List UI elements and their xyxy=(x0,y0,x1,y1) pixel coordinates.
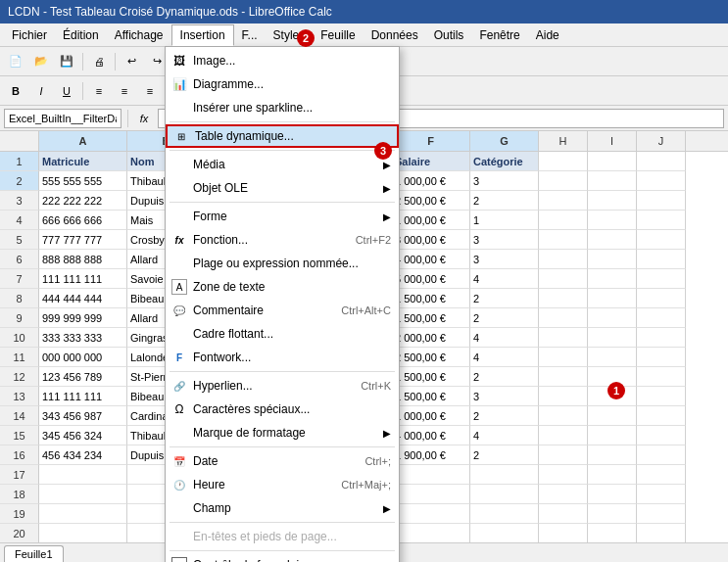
col-header-a[interactable]: A xyxy=(39,131,127,151)
cell-f3[interactable]: 2 500,00 € xyxy=(392,191,470,211)
cell-h11[interactable] xyxy=(539,348,588,367)
menu-item-fonction[interactable]: fx Fonction... Ctrl+F2 xyxy=(166,228,399,252)
underline-btn[interactable]: U xyxy=(55,80,78,102)
menu-item-hyperlien[interactable]: 🔗 Hyperlien... Ctrl+K xyxy=(166,374,399,398)
cell-g12[interactable]: 2 xyxy=(470,367,539,387)
cell-a11[interactable]: 000 000 000 xyxy=(39,348,127,367)
cell-h5[interactable] xyxy=(539,230,588,250)
cell-h10[interactable] xyxy=(539,328,588,348)
menu-item-zone-texte[interactable]: A Zone de texte xyxy=(166,275,399,299)
cell-f14[interactable]: 1 000,00 € xyxy=(392,406,470,426)
cell-j3[interactable] xyxy=(637,191,686,211)
menu-item-controle[interactable]: Contrôle de formulaire ▶ xyxy=(166,553,399,562)
cell-f4[interactable]: 1 000,00 € xyxy=(392,211,470,230)
cell-i9[interactable] xyxy=(588,308,637,328)
cell-a9[interactable]: 999 999 999 xyxy=(39,308,127,328)
cell-h1[interactable] xyxy=(539,152,588,171)
cell-j12[interactable] xyxy=(637,367,686,387)
cell-h16[interactable] xyxy=(539,445,588,465)
align-left-btn[interactable]: ≡ xyxy=(87,80,111,102)
cell-i2[interactable] xyxy=(588,171,637,191)
align-right-btn[interactable]: ≡ xyxy=(138,80,162,102)
menu-item-champ[interactable]: Champ ▶ xyxy=(166,496,399,520)
cell-g9[interactable]: 2 xyxy=(470,308,539,328)
cell-h12[interactable] xyxy=(539,367,588,387)
cell-j16[interactable] xyxy=(637,445,686,465)
cell-i3[interactable] xyxy=(588,191,637,211)
cell-f15[interactable]: 4 000,00 € xyxy=(392,426,470,445)
cell-h2[interactable] xyxy=(539,171,588,191)
cell-g4[interactable]: 1 xyxy=(470,211,539,230)
cell-j5[interactable] xyxy=(637,230,686,250)
cell-h7[interactable] xyxy=(539,269,588,289)
italic-btn[interactable]: I xyxy=(29,80,53,102)
cell-j1[interactable] xyxy=(637,152,686,171)
cell-i1[interactable] xyxy=(588,152,637,171)
cell-a3[interactable]: 222 222 222 xyxy=(39,191,127,211)
cell-i8[interactable] xyxy=(588,289,637,308)
cell-j13[interactable] xyxy=(637,387,686,406)
cell-i4[interactable] xyxy=(588,211,637,230)
cell-g7[interactable]: 4 xyxy=(470,269,539,289)
menu-affichage[interactable]: Affichage xyxy=(107,25,171,45)
cell-f7[interactable]: 5 000,00 € xyxy=(392,269,470,289)
col-header-g[interactable]: G xyxy=(470,131,539,151)
cell-f17[interactable] xyxy=(392,465,470,485)
cell-a4[interactable]: 666 666 666 xyxy=(39,211,127,230)
menu-insertion[interactable]: Insertion xyxy=(171,24,234,46)
cell-f5[interactable]: 3 000,00 € xyxy=(392,230,470,250)
cell-a2[interactable]: 555 555 555 xyxy=(39,171,127,191)
cell-a12[interactable]: 123 456 789 xyxy=(39,367,127,387)
new-btn[interactable]: 📄 xyxy=(4,51,27,72)
cell-h6[interactable] xyxy=(539,250,588,269)
menu-fichier[interactable]: Fichier xyxy=(4,25,55,45)
menu-item-heure[interactable]: 🕐 Heure Ctrl+Maj+; xyxy=(166,473,399,496)
cell-j14[interactable] xyxy=(637,406,686,426)
cell-j6[interactable] xyxy=(637,250,686,269)
cell-g6[interactable]: 3 xyxy=(470,250,539,269)
menu-item-commentaire[interactable]: 💬 Commentaire Ctrl+Alt+C xyxy=(166,299,399,322)
cell-j15[interactable] xyxy=(637,426,686,445)
col-header-j[interactable]: J xyxy=(637,131,686,151)
cell-h15[interactable] xyxy=(539,426,588,445)
menu-item-marque[interactable]: Marque de formatage ▶ xyxy=(166,421,399,445)
cell-a10[interactable]: 333 333 333 xyxy=(39,328,127,348)
cell-a8[interactable]: 444 444 444 xyxy=(39,289,127,308)
print-btn[interactable]: 🖨 xyxy=(87,51,111,72)
fx-button[interactable]: fx xyxy=(134,108,154,129)
cell-i5[interactable] xyxy=(588,230,637,250)
cell-i11[interactable] xyxy=(588,348,637,367)
cell-i17[interactable] xyxy=(588,465,637,485)
cell-f10[interactable]: 2 000,00 € xyxy=(392,328,470,348)
cell-g8[interactable]: 2 xyxy=(470,289,539,308)
cell-a15[interactable]: 345 456 324 xyxy=(39,426,127,445)
cell-f8[interactable]: 1 500,00 € xyxy=(392,289,470,308)
open-btn[interactable]: 📂 xyxy=(29,51,53,72)
menu-item-media[interactable]: Média ▶ xyxy=(166,153,399,176)
cell-i6[interactable] xyxy=(588,250,637,269)
cell-f2[interactable]: 1 000,00 € xyxy=(392,171,470,191)
cell-j11[interactable] xyxy=(637,348,686,367)
menu-feuille[interactable]: Feuille xyxy=(313,25,363,45)
cell-g5[interactable]: 3 xyxy=(470,230,539,250)
cell-f1[interactable]: Salaire xyxy=(392,152,470,171)
cell-g17[interactable] xyxy=(470,465,539,485)
name-box[interactable] xyxy=(4,109,121,128)
cell-g16[interactable]: 2 xyxy=(470,445,539,465)
cell-j2[interactable] xyxy=(637,171,686,191)
menu-item-image[interactable]: 🖼 Image... xyxy=(166,49,399,72)
cell-j7[interactable] xyxy=(637,269,686,289)
cell-a5[interactable]: 777 777 777 xyxy=(39,230,127,250)
cell-g10[interactable]: 4 xyxy=(470,328,539,348)
cell-a13[interactable]: 111 111 111 xyxy=(39,387,127,406)
cell-a17[interactable] xyxy=(39,465,127,485)
cell-j9[interactable] xyxy=(637,308,686,328)
cell-i15[interactable] xyxy=(588,426,637,445)
menu-item-cadre-flottant[interactable]: Cadre flottant... xyxy=(166,322,399,346)
menu-item-diagramme[interactable]: 📊 Diagramme... xyxy=(166,72,399,96)
cell-i10[interactable] xyxy=(588,328,637,348)
menu-item-sparkline[interactable]: Insérer une sparkline... xyxy=(166,96,399,119)
cell-g15[interactable]: 4 xyxy=(470,426,539,445)
cell-i14[interactable] xyxy=(588,406,637,426)
cell-a14[interactable]: 343 456 987 xyxy=(39,406,127,426)
